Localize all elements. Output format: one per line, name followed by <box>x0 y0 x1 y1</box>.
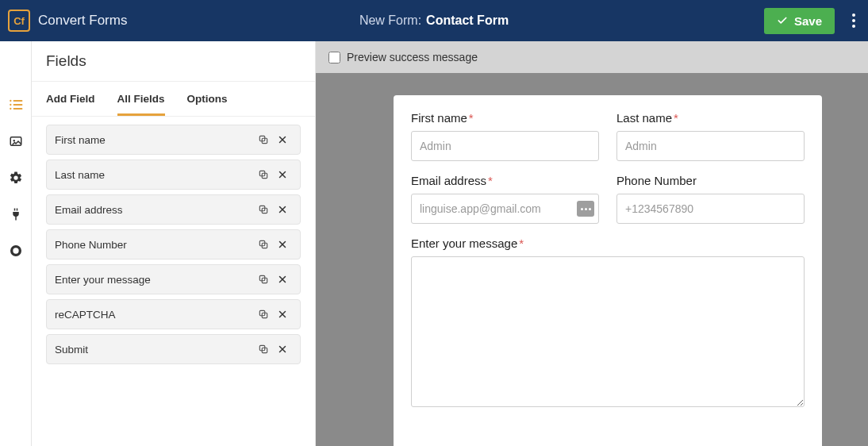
delete-icon[interactable] <box>273 275 292 284</box>
duplicate-icon[interactable] <box>254 344 273 355</box>
last-name-label: Last name* <box>616 111 805 125</box>
delete-icon[interactable] <box>273 205 292 214</box>
field-item[interactable]: Email address <box>46 194 301 225</box>
field-item[interactable]: Submit <box>46 334 301 364</box>
message-textarea[interactable] <box>411 256 805 407</box>
duplicate-icon[interactable] <box>254 274 273 285</box>
delete-icon[interactable] <box>273 240 292 249</box>
message-label: Enter your message* <box>411 236 805 250</box>
tab-all-fields[interactable]: All Fields <box>117 82 165 116</box>
svg-point-7 <box>13 140 14 141</box>
tab-options[interactable]: Options <box>187 82 228 116</box>
field-item[interactable]: reCAPTCHA <box>46 299 301 329</box>
required-asterisk: * <box>674 111 678 125</box>
fields-panel: Fields Add Field All Fields Options Firs… <box>32 41 316 446</box>
duplicate-icon[interactable] <box>254 169 273 180</box>
phone-label: Phone Number <box>616 174 805 187</box>
field-item[interactable]: First name <box>46 125 301 155</box>
canvas-toolbar: Preview success message <box>316 41 868 73</box>
autofill-icon[interactable] <box>577 201 594 217</box>
required-asterisk: * <box>488 174 493 187</box>
check-icon <box>777 15 788 26</box>
save-button-label: Save <box>794 14 822 28</box>
image-icon[interactable] <box>8 133 24 149</box>
svg-point-4 <box>10 104 11 106</box>
brand-name: Convert Forms <box>38 13 127 29</box>
first-name-label: First name* <box>411 111 599 125</box>
side-rail <box>0 41 32 446</box>
field-item-label: reCAPTCHA <box>55 309 254 321</box>
field-item-label: First name <box>55 134 254 146</box>
duplicate-icon[interactable] <box>254 204 273 215</box>
email-label: Email address* <box>411 174 599 187</box>
brand-badge: Cf <box>8 10 30 32</box>
list-icon[interactable] <box>8 97 24 113</box>
phone-input[interactable] <box>616 194 805 224</box>
save-button[interactable]: Save <box>764 8 835 34</box>
delete-icon[interactable] <box>273 310 292 319</box>
panel-tabs: Add Field All Fields Options <box>32 82 315 117</box>
field-item-label: Enter your message <box>55 274 254 286</box>
delete-icon[interactable] <box>273 344 292 354</box>
required-asterisk: * <box>519 236 524 250</box>
field-item[interactable]: Phone Number <box>46 229 301 260</box>
page-title-prefix: New Form: <box>359 13 421 28</box>
gear-icon[interactable] <box>8 170 24 186</box>
required-asterisk: * <box>469 111 474 125</box>
svg-point-3 <box>10 100 11 102</box>
tab-add-field[interactable]: Add Field <box>46 82 95 116</box>
delete-icon[interactable] <box>273 135 292 144</box>
first-name-input[interactable] <box>411 131 599 161</box>
field-item[interactable]: Enter your message <box>46 264 301 294</box>
canvas-area: Preview success message First name* Last… <box>316 41 868 446</box>
brand: Cf Convert Forms <box>8 10 127 32</box>
duplicate-icon[interactable] <box>254 239 273 250</box>
duplicate-icon[interactable] <box>254 134 273 145</box>
form-preview: First name* Last name* Email address* <box>394 95 822 446</box>
app-header: Cf Convert Forms New Form: Contact Form … <box>0 0 868 41</box>
field-item-label: Phone Number <box>55 239 254 251</box>
email-input[interactable] <box>411 194 599 224</box>
panel-title: Fields <box>32 41 315 82</box>
field-item-label: Last name <box>55 169 254 181</box>
circle-icon[interactable] <box>8 243 24 259</box>
field-item-label: Email address <box>55 204 254 216</box>
more-menu-button[interactable] <box>847 9 860 33</box>
field-item[interactable]: Last name <box>46 160 301 190</box>
svg-point-5 <box>10 108 11 110</box>
last-name-input[interactable] <box>616 131 805 161</box>
preview-success-checkbox[interactable] <box>328 52 340 63</box>
page-title: New Form: Contact Form <box>359 13 509 28</box>
field-item-label: Submit <box>55 344 254 356</box>
field-list: First name Last name Email address Phone… <box>32 117 315 372</box>
svg-point-8 <box>11 247 20 256</box>
page-title-name: Contact Form <box>426 13 509 28</box>
delete-icon[interactable] <box>273 170 292 179</box>
duplicate-icon[interactable] <box>254 309 273 320</box>
preview-success-label: Preview success message <box>347 51 478 63</box>
plug-icon[interactable] <box>8 206 24 222</box>
